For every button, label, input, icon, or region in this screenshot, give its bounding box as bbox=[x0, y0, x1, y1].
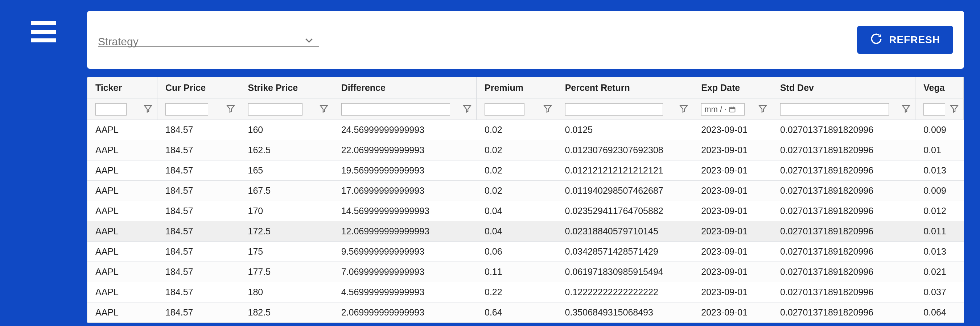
grid-filter-row: mm / · bbox=[88, 99, 964, 120]
filter-input-percent-return[interactable] bbox=[565, 103, 663, 116]
cell-vega: 0.064 bbox=[915, 302, 964, 322]
cell-ticker: AAPL bbox=[88, 262, 158, 282]
filter-icon[interactable] bbox=[143, 104, 153, 115]
filter-input-exp-date[interactable]: mm / · bbox=[701, 103, 745, 116]
table-row[interactable]: AAPL184.57167.517.069999999999930.020.01… bbox=[88, 181, 964, 201]
cell-pct: 0.012307692307692308 bbox=[557, 140, 694, 160]
filter-input-cur-price[interactable] bbox=[165, 103, 208, 116]
cell-cur: 184.57 bbox=[158, 221, 240, 241]
column-header-vega[interactable]: Vega bbox=[915, 77, 964, 98]
cell-exp: 2023-09-01 bbox=[693, 140, 772, 160]
cell-pct: 0.0125 bbox=[557, 120, 694, 140]
table-row[interactable]: AAPL184.5717014.5699999999999930.040.023… bbox=[88, 201, 964, 221]
cell-vega: 0.009 bbox=[915, 181, 964, 201]
refresh-button[interactable]: REFRESH bbox=[857, 26, 953, 54]
cell-ticker: AAPL bbox=[88, 242, 158, 261]
filter-icon[interactable] bbox=[226, 104, 235, 115]
cell-sd: 0.02701371891820996 bbox=[772, 262, 915, 282]
cell-diff: 17.06999999999993 bbox=[333, 181, 477, 201]
filter-icon[interactable] bbox=[463, 104, 472, 115]
column-header-premium[interactable]: Premium bbox=[477, 77, 557, 98]
cell-prem: 0.02 bbox=[477, 160, 557, 180]
cell-ticker: AAPL bbox=[88, 282, 158, 302]
cell-sd: 0.02701371891820996 bbox=[772, 140, 915, 160]
filter-icon[interactable] bbox=[950, 104, 959, 115]
cell-prem: 0.04 bbox=[477, 221, 557, 241]
cell-ticker: AAPL bbox=[88, 302, 158, 322]
filter-icon[interactable] bbox=[758, 104, 767, 115]
cell-strike: 160 bbox=[240, 120, 333, 140]
cell-sd: 0.02701371891820996 bbox=[772, 302, 915, 322]
filter-icon[interactable] bbox=[543, 104, 552, 115]
table-row[interactable]: AAPL184.5716024.569999999999930.020.0125… bbox=[88, 120, 964, 140]
cell-prem: 0.02 bbox=[477, 140, 557, 160]
cell-diff: 14.569999999999993 bbox=[333, 201, 477, 221]
cell-strike: 177.5 bbox=[240, 262, 333, 282]
cell-vega: 0.011 bbox=[915, 221, 964, 241]
hamburger-menu-button[interactable] bbox=[0, 0, 87, 43]
cell-cur: 184.57 bbox=[158, 120, 240, 140]
table-row[interactable]: AAPL184.57177.57.0699999999999930.110.06… bbox=[88, 262, 964, 282]
cell-pct: 0.12222222222222222 bbox=[557, 282, 694, 302]
cell-exp: 2023-09-01 bbox=[693, 160, 772, 180]
svg-rect-2 bbox=[31, 38, 56, 43]
cell-vega: 0.037 bbox=[915, 282, 964, 302]
filter-input-std-dev[interactable] bbox=[780, 103, 889, 116]
cell-diff: 24.56999999999993 bbox=[333, 120, 477, 140]
cell-diff: 9.569999999999993 bbox=[333, 242, 477, 261]
filter-input-strike-price[interactable] bbox=[248, 103, 302, 116]
cell-sd: 0.02701371891820996 bbox=[772, 181, 915, 201]
cell-prem: 0.06 bbox=[477, 242, 557, 261]
cell-diff: 2.069999999999993 bbox=[333, 302, 477, 322]
cell-ticker: AAPL bbox=[88, 160, 158, 180]
filter-icon[interactable] bbox=[901, 104, 911, 115]
cell-vega: 0.021 bbox=[915, 262, 964, 282]
options-grid: Ticker Cur Price Strike Price Difference… bbox=[87, 77, 964, 323]
table-row[interactable]: AAPL184.57182.52.0699999999999930.640.35… bbox=[88, 302, 964, 323]
cell-cur: 184.57 bbox=[158, 160, 240, 180]
column-header-ticker[interactable]: Ticker bbox=[88, 77, 158, 98]
filter-input-premium[interactable] bbox=[485, 103, 525, 116]
column-header-cur-price[interactable]: Cur Price bbox=[158, 77, 240, 98]
cell-prem: 0.02 bbox=[477, 181, 557, 201]
column-header-percent-return[interactable]: Percent Return bbox=[557, 77, 694, 98]
cell-cur: 184.57 bbox=[158, 242, 240, 261]
table-row[interactable]: AAPL184.57162.522.069999999999930.020.01… bbox=[88, 140, 964, 160]
cell-sd: 0.02701371891820996 bbox=[772, 282, 915, 302]
filter-input-ticker[interactable] bbox=[95, 103, 127, 116]
column-header-difference[interactable]: Difference bbox=[333, 77, 477, 98]
hamburger-icon bbox=[31, 21, 56, 43]
cell-exp: 2023-09-01 bbox=[693, 120, 772, 140]
cell-pct: 0.03428571428571429 bbox=[557, 242, 694, 261]
main-panel: Strategy REFRESH Ticker Cur bbox=[87, 0, 980, 323]
cell-exp: 2023-09-01 bbox=[693, 201, 772, 221]
column-header-exp-date[interactable]: Exp Date bbox=[693, 77, 772, 98]
cell-prem: 0.11 bbox=[477, 262, 557, 282]
cell-vega: 0.012 bbox=[915, 201, 964, 221]
cell-diff: 7.069999999999993 bbox=[333, 262, 477, 282]
cell-cur: 184.57 bbox=[158, 181, 240, 201]
cell-pct: 0.023529411764705882 bbox=[557, 201, 694, 221]
cell-cur: 184.57 bbox=[158, 282, 240, 302]
table-row[interactable]: AAPL184.571759.5699999999999930.060.0342… bbox=[88, 242, 964, 262]
table-row[interactable]: AAPL184.571804.5699999999999930.220.1222… bbox=[88, 282, 964, 302]
table-row[interactable]: AAPL184.5716519.569999999999930.020.0121… bbox=[88, 160, 964, 181]
cell-ticker: AAPL bbox=[88, 221, 158, 241]
cell-prem: 0.02 bbox=[477, 120, 557, 140]
cell-pct: 0.012121212121212121 bbox=[557, 160, 694, 180]
cell-vega: 0.01 bbox=[915, 140, 964, 160]
filter-input-vega[interactable] bbox=[923, 103, 945, 116]
table-row[interactable]: AAPL184.57172.512.0699999999999930.040.0… bbox=[88, 221, 964, 242]
column-header-std-dev[interactable]: Std Dev bbox=[772, 77, 915, 98]
filter-input-difference[interactable] bbox=[341, 103, 450, 116]
cell-ticker: AAPL bbox=[88, 120, 158, 140]
cell-diff: 12.069999999999993 bbox=[333, 221, 477, 241]
strategy-select[interactable]: Strategy bbox=[98, 33, 319, 47]
cell-strike: 182.5 bbox=[240, 302, 333, 322]
filter-icon[interactable] bbox=[319, 104, 329, 115]
cell-cur: 184.57 bbox=[158, 262, 240, 282]
column-header-strike-price[interactable]: Strike Price bbox=[240, 77, 333, 98]
cell-prem: 0.22 bbox=[477, 282, 557, 302]
calendar-icon bbox=[729, 106, 736, 113]
filter-icon[interactable] bbox=[679, 104, 688, 115]
